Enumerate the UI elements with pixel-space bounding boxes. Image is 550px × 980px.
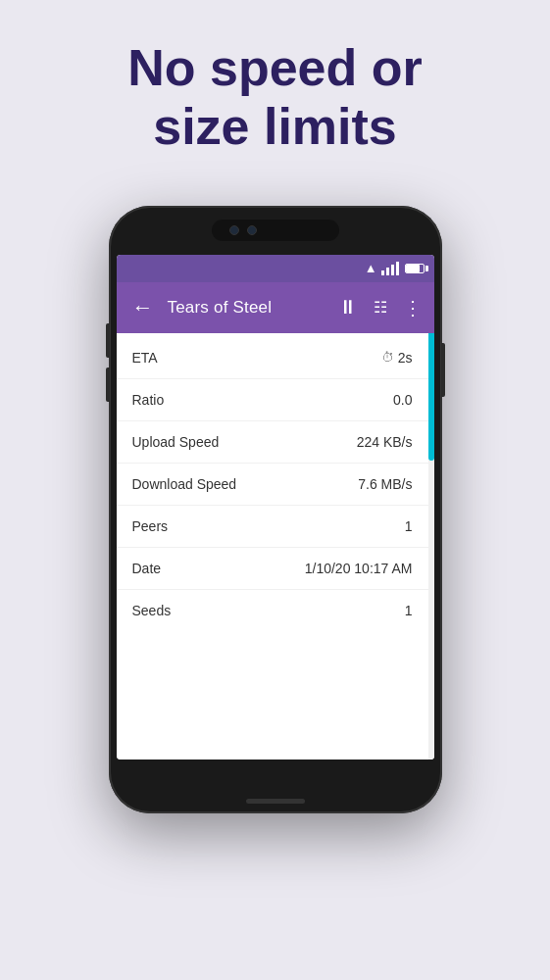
- content-area: ETA⏱2sRatio0.0Upload Speed224 KB/sDownlo…: [117, 333, 434, 760]
- info-value: 1/10/20 10:17 AM: [305, 561, 413, 576]
- home-indicator[interactable]: [246, 799, 305, 804]
- signal-bars: [381, 262, 399, 275]
- headline-section: No speed or size limits: [88, 39, 462, 157]
- info-row-eta: ETA⏱2s: [117, 337, 428, 379]
- info-value-text: 1: [405, 603, 413, 618]
- wifi-icon: ▲: [365, 261, 377, 275]
- more-button[interactable]: ⋮: [403, 296, 423, 319]
- signal-bar-4: [396, 262, 399, 275]
- info-label: Upload Speed: [132, 434, 220, 450]
- pause-button[interactable]: ⏸: [338, 296, 358, 318]
- info-value-text: 2s: [398, 350, 413, 366]
- info-row-peers: Peers1: [117, 506, 428, 548]
- info-label: Date: [132, 561, 162, 576]
- info-value: 0.0: [393, 392, 412, 408]
- info-row-date: Date1/10/20 10:17 AM: [117, 548, 428, 590]
- phone-mockup: ▲ ← Tears of Steel: [109, 206, 442, 813]
- progress-bar: [428, 333, 434, 462]
- toolbar-title: Tears of Steel: [168, 298, 328, 318]
- phone-screen: ▲ ← Tears of Steel: [117, 255, 434, 760]
- info-label: Peers: [132, 518, 169, 534]
- info-value: ⏱2s: [381, 350, 413, 366]
- volume-up-button: [106, 323, 110, 358]
- signal-bar-1: [381, 270, 384, 275]
- power-button: [441, 343, 445, 397]
- info-label: Seeds: [132, 603, 172, 618]
- toolbar-actions: ⏸ ☷ ⋮: [338, 296, 423, 319]
- info-label: Ratio: [132, 392, 165, 408]
- info-label: ETA: [132, 350, 158, 366]
- info-value-text: 0.0: [393, 392, 412, 408]
- headline-text: No speed or size limits: [127, 39, 423, 157]
- info-value-text: 224 KB/s: [357, 434, 413, 450]
- signal-bar-3: [391, 265, 394, 275]
- info-value: 1: [405, 603, 413, 618]
- info-value: 1: [405, 518, 413, 534]
- camera-dot-right: [247, 225, 257, 235]
- status-icons: ▲: [365, 261, 425, 275]
- info-value-text: 1: [405, 518, 413, 534]
- info-value: 7.6 MB/s: [358, 476, 412, 492]
- info-value: 224 KB/s: [357, 434, 413, 450]
- status-bar: ▲: [117, 255, 434, 282]
- battery-icon: [405, 264, 425, 273]
- headline-line1: No speed or: [127, 39, 423, 96]
- phone-shell: ▲ ← Tears of Steel: [109, 206, 442, 813]
- info-row-ratio: Ratio0.0: [117, 379, 428, 421]
- info-value-text: 1/10/20 10:17 AM: [305, 561, 413, 576]
- info-label: Download Speed: [132, 476, 237, 492]
- list-button[interactable]: ☷: [374, 298, 387, 317]
- progress-sidebar: [428, 333, 434, 760]
- info-row-seeds: Seeds1: [117, 590, 428, 631]
- info-row-upload-speed: Upload Speed224 KB/s: [117, 421, 428, 464]
- phone-top-bar: [212, 220, 339, 241]
- volume-down-button: [106, 368, 110, 402]
- app-toolbar: ← Tears of Steel ⏸ ☷ ⋮: [117, 282, 434, 333]
- info-row-download-speed: Download Speed7.6 MB/s: [117, 464, 428, 506]
- headline-line2: size limits: [153, 98, 397, 155]
- camera-dot-left: [229, 225, 239, 235]
- info-list: ETA⏱2sRatio0.0Upload Speed224 KB/sDownlo…: [117, 333, 428, 760]
- clock-icon: ⏱: [381, 350, 394, 365]
- back-button[interactable]: ←: [128, 291, 158, 324]
- battery-fill: [406, 265, 420, 272]
- info-value-text: 7.6 MB/s: [358, 476, 412, 492]
- signal-bar-2: [386, 268, 389, 275]
